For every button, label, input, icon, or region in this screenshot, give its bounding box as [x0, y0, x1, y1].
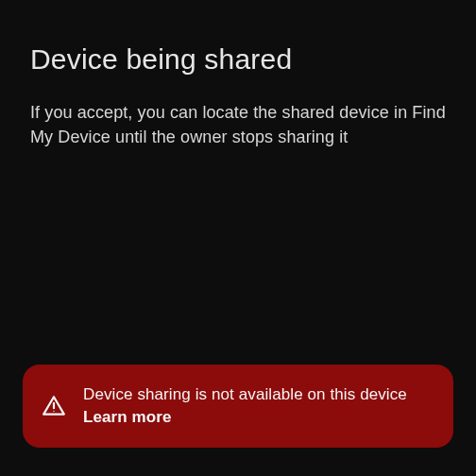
- svg-point-1: [53, 411, 54, 412]
- error-message: Device sharing is not available on this …: [83, 385, 407, 404]
- learn-more-link[interactable]: Learn more: [83, 408, 407, 427]
- error-banner: Device sharing is not available on this …: [23, 365, 453, 448]
- page-title: Device being shared: [30, 43, 446, 76]
- error-text-container: Device sharing is not available on this …: [83, 385, 407, 427]
- main-content: Device being shared If you accept, you c…: [0, 0, 476, 149]
- warning-triangle-icon: [42, 394, 66, 418]
- page-description: If you accept, you can locate the shared…: [30, 100, 446, 149]
